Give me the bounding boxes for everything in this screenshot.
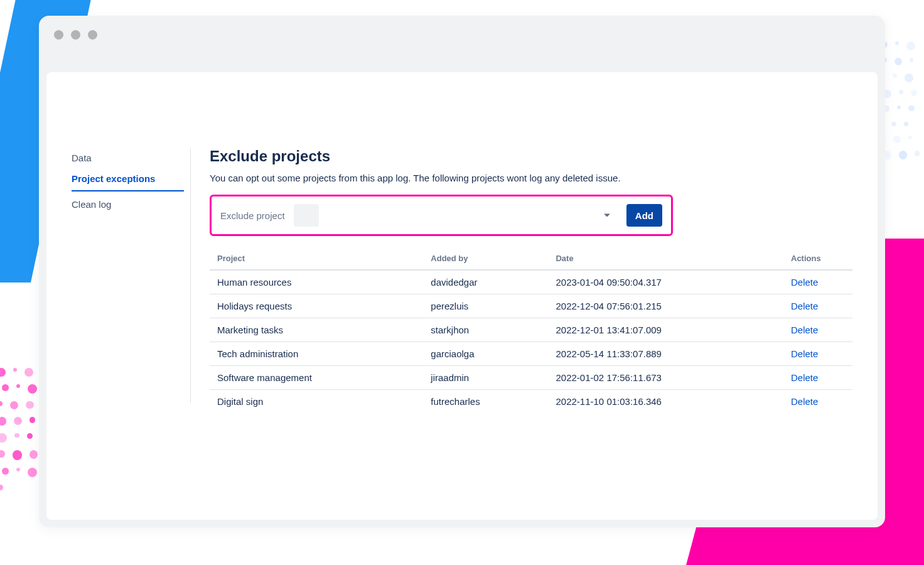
delete-link[interactable]: Delete <box>791 372 818 383</box>
th-actions: Actions <box>783 247 852 270</box>
cell-project: Human resources <box>210 270 423 294</box>
main-content: Exclude projects You can opt out some pr… <box>191 148 878 520</box>
sidebar-item-data[interactable]: Data <box>72 148 184 168</box>
cell-date: 2022-05-14 11:33:07.889 <box>548 342 783 366</box>
cell-added-by: jiraadmin <box>423 366 548 390</box>
browser-dot-3 <box>88 30 97 40</box>
browser-header <box>39 16 885 53</box>
cell-date: 2022-11-10 01:03:16.346 <box>548 390 783 414</box>
cell-project: Software management <box>210 366 423 390</box>
cell-action: Delete <box>783 318 852 342</box>
page-description: You can opt out some projects from this … <box>210 173 852 183</box>
cell-project: Tech administration <box>210 342 423 366</box>
browser-dot-1 <box>54 30 63 40</box>
cell-added-by: futrecharles <box>423 390 548 414</box>
add-button[interactable]: Add <box>626 204 662 227</box>
sidebar-item-project-exceptions[interactable]: Project exceptions <box>72 168 184 191</box>
delete-link[interactable]: Delete <box>791 396 818 407</box>
cell-action: Delete <box>783 390 852 414</box>
browser-content: Data Project exceptions Clean log Exclud… <box>46 72 878 520</box>
browser-window: Data Project exceptions Clean log Exclud… <box>39 16 885 527</box>
table-row: Software managementjiraadmin2022-01-02 1… <box>210 366 852 390</box>
projects-table: Project Added by Date Actions Human reso… <box>210 247 852 413</box>
delete-link[interactable]: Delete <box>791 348 818 359</box>
cell-action: Delete <box>783 366 852 390</box>
th-date: Date <box>548 247 783 270</box>
cell-date: 2022-12-04 07:56:01.215 <box>548 294 783 318</box>
exclude-project-label: Exclude project <box>220 210 285 221</box>
cell-date: 2022-12-01 13:41:07.009 <box>548 318 783 342</box>
table-row: Tech administrationgarciaolga2022-05-14 … <box>210 342 852 366</box>
cell-added-by: garciaolga <box>423 342 548 366</box>
delete-link[interactable]: Delete <box>791 301 818 311</box>
sidebar: Data Project exceptions Clean log <box>72 148 191 403</box>
th-project: Project <box>210 247 423 270</box>
th-added-by: Added by <box>423 247 548 270</box>
cell-project: Digital sign <box>210 390 423 414</box>
table-row: Digital signfutrecharles2022-11-10 01:03… <box>210 390 852 414</box>
browser-dot-2 <box>71 30 80 40</box>
cell-added-by: starkjhon <box>423 318 548 342</box>
cell-added-by: perezluis <box>423 294 548 318</box>
delete-link[interactable]: Delete <box>791 277 818 288</box>
cell-project: Marketing tasks <box>210 318 423 342</box>
cell-date: 2022-01-02 17:56:11.673 <box>548 366 783 390</box>
exclude-project-form: Exclude project Add <box>210 195 673 236</box>
cell-date: 2023-01-04 09:50:04.317 <box>548 270 783 294</box>
cell-action: Delete <box>783 270 852 294</box>
table-row: Marketing tasksstarkjhon2022-12-01 13:41… <box>210 318 852 342</box>
table-row: Human resourcesdavidedgar2023-01-04 09:5… <box>210 270 852 294</box>
cell-added-by: davidedgar <box>423 270 548 294</box>
sidebar-item-clean-log[interactable]: Clean log <box>72 194 184 215</box>
page-title: Exclude projects <box>210 148 852 165</box>
cell-project: Holidays requests <box>210 294 423 318</box>
exclude-project-select[interactable] <box>294 204 319 227</box>
table-header-row: Project Added by Date Actions <box>210 247 852 270</box>
exclude-project-select-wrapper <box>294 204 618 227</box>
cell-action: Delete <box>783 342 852 366</box>
delete-link[interactable]: Delete <box>791 325 818 335</box>
cell-action: Delete <box>783 294 852 318</box>
table-row: Holidays requestsperezluis2022-12-04 07:… <box>210 294 852 318</box>
